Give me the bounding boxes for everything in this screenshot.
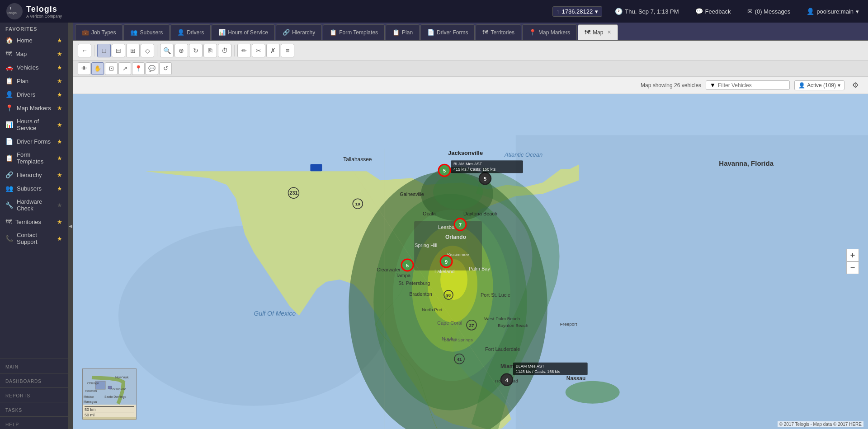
sidebar-item-map[interactable]: 🗺 Map ★ [0,47,68,61]
tab-form-templates[interactable]: 📋 Form Templates [323,24,385,40]
map-star[interactable]: ★ [57,51,62,57]
svg-text:231: 231 [289,190,297,196]
tab-hours-of-service[interactable]: 📊 Hours of Service [212,24,275,40]
toolbar-delete-btn[interactable]: ✗ [266,44,280,57]
sidebar-item-hardware-check[interactable]: 🔧 Hardware Check ★ [0,195,68,215]
svg-text:Gainesville: Gainesville [400,191,424,197]
tab-territories[interactable]: 🗺 Territories [476,24,521,40]
svg-text:Tampa: Tampa [396,273,411,278]
sidebar-item-territories[interactable]: 🗺 Territories ★ [0,215,68,228]
zoom-in-btn[interactable]: + [846,249,859,261]
sidebar-item-plan[interactable]: 📋 Plan ★ [0,74,68,88]
arrow-up-icon: ↑ [557,8,560,15]
vehicles-star[interactable]: ★ [57,64,62,71]
toolbar-select-grid-btn[interactable]: ⊞ [126,44,140,57]
sidebar-label-form-templates: Form Templates [17,151,57,165]
toolbar-cut-btn[interactable]: ✂ [252,44,265,57]
sidebar-item-drivers[interactable]: 👤 Drivers ★ [0,88,68,101]
filter-icon: ▼ [710,82,716,89]
tab-hierarchy-label: Hierarchy [292,29,315,36]
toolbar-copy-btn[interactable]: ⎘ [203,44,217,57]
tab-map[interactable]: 🗺 Map ✕ [578,24,618,40]
sidebar-item-home[interactable]: 🏠 Home ★ [0,33,68,47]
toolbar-edit-btn[interactable]: ✏ [237,44,251,57]
toolbar-select-split-btn[interactable]: ⊟ [112,44,125,57]
toolbar-refresh-btn[interactable]: ↻ [189,44,203,57]
plan-star[interactable]: ★ [57,78,62,84]
tab-job-types[interactable]: 💼 Job Types [75,24,123,40]
tab-map-close[interactable]: ✕ [607,29,611,35]
map-comment-btn[interactable]: 💬 [146,62,158,75]
sidebar-item-form-templates[interactable]: 📋 Form Templates ★ [0,148,68,168]
map-container[interactable]: 231 19 10 27 41 98 Jacksonville [73,94,868,429]
tab-plan[interactable]: 📋 Plan [386,24,420,40]
active-vehicles-badge[interactable]: 👤 Active (109) ▾ [794,80,844,90]
user-menu[interactable]: 👤 poolsure:main ▾ [803,6,863,17]
tab-subusers[interactable]: 👥 Subusers [123,24,170,40]
sidebar-item-contact-support[interactable]: 📞 Contact Support ★ [0,228,68,248]
collapse-arrow: ◀ [69,224,72,228]
sidebar-item-subusers[interactable]: 👥 Subusers ★ [0,182,68,195]
tab-drivers-label: Drivers [187,29,204,36]
svg-text:Lakeland: Lakeland [434,269,455,274]
toolbar-search-btn[interactable]: 🔍 [160,44,174,57]
toolbar-time-btn[interactable]: ⏱ [218,44,231,57]
altitude-display[interactable]: ↑ 1736.28122 ▾ [552,6,602,17]
toolbar-select-rect-btn[interactable]: □ [97,44,111,57]
filter-vehicles-input-wrap[interactable]: ▼ [706,80,790,90]
subusers-star[interactable]: ★ [57,185,62,192]
hours-star[interactable]: ★ [57,121,62,128]
map-hand-btn[interactable]: ✋ [91,62,104,75]
toolbar-menu-btn[interactable]: ≡ [281,44,294,57]
map-copyright: © 2017 Telogis - Map data © 2017 HERE [778,421,863,427]
svg-text:7: 7 [459,222,462,228]
map-box-select-btn[interactable]: ⊡ [105,62,118,75]
toolbar-add-btn[interactable]: ⊕ [175,44,188,57]
drivers-tab-icon: 👤 [177,29,184,36]
sidebar-item-map-markers[interactable]: 📍 Map Markers ★ [0,101,68,115]
tab-hierarchy[interactable]: 🔗 Hierarchy [276,24,322,40]
hardware-star[interactable]: ★ [57,202,62,209]
contact-star[interactable]: ★ [57,235,62,242]
tab-drivers[interactable]: 👤 Drivers [170,24,211,40]
map-settings-btn[interactable]: ⚙ [849,79,862,92]
section-label-dashboards: DASHBOARDS [0,375,68,386]
svg-text:BLAM Mes AST: BLAM Mes AST [516,364,545,368]
toolbar-select-diamond-btn[interactable]: ◇ [141,44,154,57]
map-pin-btn[interactable]: 📍 [132,62,145,75]
map-rotate-btn[interactable]: ↺ [159,62,172,75]
toolbar-back-btn[interactable]: ← [78,44,91,57]
tab-driver-forms[interactable]: 📄 Driver Forms [420,24,475,40]
feedback-button[interactable]: 💬 Feedback [692,6,735,17]
sidebar-item-driver-forms[interactable]: 📄 Driver Forms ★ [0,135,68,148]
drivers-star[interactable]: ★ [57,91,62,98]
svg-text:5: 5 [443,168,446,173]
hours-icon: 📊 [5,121,13,128]
sidebar-item-hierarchy[interactable]: 🔗 Hierarchy ★ [0,168,68,182]
map-markers-star[interactable]: ★ [57,105,62,112]
zoom-out-btn[interactable]: − [846,261,859,274]
sidebar-item-hours-of-service[interactable]: 📊 Hours of Service ★ [0,115,68,135]
svg-text:Daytona Beach: Daytona Beach [463,211,497,216]
svg-text:Ocala: Ocala [423,211,436,216]
map-arrow-btn[interactable]: ↗ [118,62,131,75]
active-vehicles-label: Active (109) [807,82,836,89]
sidebar-collapse-toggle[interactable]: ◀ [68,23,73,429]
datetime-display: 🕐 Thu, Sep 7, 1:13 PM [611,6,682,17]
sidebar-label-driver-forms: Driver Forms [17,138,51,145]
form-templates-star[interactable]: ★ [57,155,62,162]
sidebar-item-vehicles[interactable]: 🚗 Vehicles ★ [0,61,68,74]
driver-forms-star[interactable]: ★ [57,138,62,145]
content-area: 💼 Job Types 👥 Subusers 👤 Drivers 📊 Hours… [73,23,868,429]
section-label-help: HELP [0,419,68,429]
hierarchy-star[interactable]: ★ [57,172,62,178]
svg-text:Bonita Springs: Bonita Springs [443,337,473,342]
home-star[interactable]: ★ [57,37,62,44]
tabs-bar: 💼 Job Types 👥 Subusers 👤 Drivers 📊 Hours… [73,23,868,41]
messages-label: (0) Messages [755,8,791,15]
map-eye-btn[interactable]: 👁 [78,62,90,75]
territories-star[interactable]: ★ [57,219,62,225]
tab-map-markers[interactable]: 📍 Map Markers [522,24,577,40]
messages-button[interactable]: ✉ (0) Messages [744,6,794,17]
filter-vehicles-input[interactable] [718,82,786,89]
